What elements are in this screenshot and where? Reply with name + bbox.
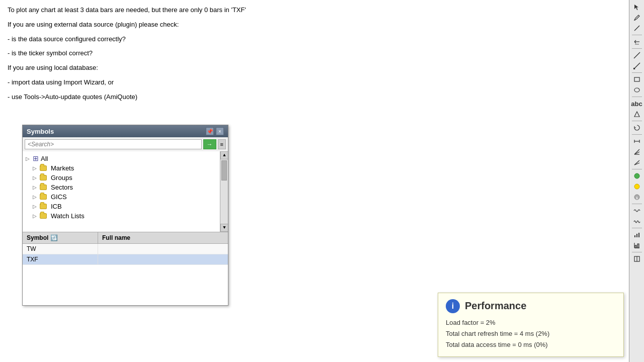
- tree-label-groups: Groups: [51, 174, 72, 182]
- table-row[interactable]: TW: [23, 244, 228, 254]
- right-toolbar: abc: [629, 0, 644, 362]
- svg-rect-23: [638, 233, 639, 237]
- wave2-icon[interactable]: [631, 216, 643, 226]
- symbols-panel: Symbols 📌 × → ≡ ▷ ⊞ All ▷ Markets: [22, 125, 228, 306]
- table-row[interactable]: TXF: [23, 254, 228, 265]
- error-section2-header: If you are using local database:: [8, 63, 621, 73]
- svg-line-1: [634, 26, 639, 31]
- fan2-icon[interactable]: [631, 157, 643, 167]
- scrollbar-down-button[interactable]: ▼: [220, 224, 228, 232]
- info-circle-icon[interactable]: i: [631, 192, 643, 202]
- folder-markets-icon: [40, 165, 49, 172]
- pencil-icon[interactable]: [631, 13, 643, 23]
- tree-item-all[interactable]: ▷ ⊞ All: [23, 153, 228, 163]
- col-symbol-label: Symbol: [27, 234, 48, 241]
- close-button[interactable]: ×: [216, 127, 224, 135]
- tree-label-watchlists: Watch Lists: [51, 212, 85, 220]
- pin-button[interactable]: 📌: [206, 127, 214, 135]
- search-go-button[interactable]: →: [203, 139, 216, 149]
- bar-chart-icon[interactable]: [631, 230, 643, 240]
- svg-line-15: [634, 160, 639, 165]
- svg-rect-21: [634, 235, 635, 237]
- wave-icon[interactable]: [631, 206, 643, 216]
- error-message: To plot any chart at least 3 data bars a…: [8, 5, 621, 103]
- svg-line-5: [634, 63, 640, 69]
- rectangle-icon[interactable]: [631, 74, 643, 84]
- measure-icon[interactable]: [631, 136, 643, 146]
- tree-label-markets: Markets: [51, 164, 74, 172]
- expand-markets-arrow: ▷: [33, 165, 39, 171]
- separator3: [632, 72, 642, 73]
- svg-rect-7: [634, 77, 639, 81]
- table-body: TW TXF: [23, 244, 228, 305]
- svg-rect-26: [635, 245, 636, 248]
- separator7: [632, 169, 642, 169]
- scrollbar-thumb[interactable]: [221, 160, 227, 180]
- separator9: [632, 228, 642, 228]
- left-arrow-icon[interactable]: [631, 37, 643, 47]
- sort-icon[interactable]: 🔃: [50, 234, 58, 241]
- expand-icb-arrow: ▷: [33, 204, 39, 209]
- bar-chart2-icon[interactable]: [631, 240, 643, 250]
- cell-symbol-tw: TW: [23, 244, 98, 254]
- circle-yellow-icon[interactable]: [631, 182, 643, 192]
- tree-item-gics[interactable]: ▷ GICS: [23, 192, 228, 202]
- separator6: [632, 134, 642, 135]
- folder-groups-icon: [40, 174, 49, 182]
- folder-sectors-icon: [40, 184, 49, 191]
- cell-fullname-tw: [98, 244, 228, 254]
- ray-line-icon[interactable]: [631, 61, 643, 71]
- cell-fullname-txf: [98, 254, 228, 264]
- expand-groups-arrow: ▷: [33, 175, 39, 180]
- resize-icon[interactable]: [631, 254, 643, 264]
- tree-label-icb: ICB: [51, 203, 62, 210]
- table-empty-area: [23, 265, 228, 305]
- error-section1-line2: - is the ticker symbol correct?: [8, 48, 621, 59]
- tree-label-sectors: Sectors: [51, 184, 73, 191]
- tree-scrollbar: ▲ ▼: [220, 151, 228, 232]
- triangle-icon[interactable]: [631, 109, 643, 119]
- tree-item-markets[interactable]: ▷ Markets: [23, 163, 228, 173]
- col-fullname-header: Full name: [98, 232, 228, 243]
- expand-watchlists-arrow: ▷: [33, 213, 39, 219]
- error-section2-line2: - use Tools->Auto-update quotes (AmiQuot…: [8, 92, 621, 103]
- separator1: [632, 35, 642, 35]
- svg-text:i: i: [635, 196, 638, 200]
- separator4: [632, 97, 642, 97]
- diagonal-line-icon[interactable]: [631, 50, 643, 60]
- tree-scroll-area: ▷ ⊞ All ▷ Markets ▷ Groups ▷ Sectors: [23, 151, 228, 232]
- error-section1-line1: - is the data source configured correctl…: [8, 34, 621, 45]
- tree-label-all: All: [41, 155, 48, 162]
- circle-green-icon[interactable]: [631, 171, 643, 181]
- tree-item-sectors[interactable]: ▷ Sectors: [23, 183, 228, 192]
- search-list-button[interactable]: ≡: [218, 139, 226, 149]
- tree-label-gics: GICS: [51, 193, 67, 201]
- search-input[interactable]: [25, 139, 202, 149]
- svg-rect-27: [637, 244, 639, 248]
- fan-icon[interactable]: [631, 147, 643, 157]
- tree-item-groups[interactable]: ▷ Groups: [23, 173, 228, 183]
- tree-item-watchlists[interactable]: ▷ Watch Lists: [23, 211, 228, 221]
- separator10: [632, 252, 642, 252]
- expand-sectors-arrow: ▷: [33, 185, 39, 190]
- perf-line2: Total chart refresh time = 4 ms (2%): [446, 328, 616, 339]
- separator5: [632, 121, 642, 121]
- tree-item-icb[interactable]: ▷ ICB: [23, 202, 228, 211]
- symbols-panel-header: Symbols 📌 ×: [23, 125, 228, 137]
- svg-line-12: [634, 149, 639, 154]
- text-tool-icon[interactable]: abc: [631, 99, 643, 109]
- cursor-arrow-icon[interactable]: [631, 2, 643, 12]
- folder-icb-icon: [40, 203, 49, 210]
- perf-line3: Total data access time = 0 ms (0%): [446, 339, 616, 350]
- separator8: [632, 204, 642, 204]
- line-tool-icon[interactable]: [631, 23, 643, 33]
- scrollbar-up-button[interactable]: ▲: [220, 151, 228, 159]
- cycle-icon[interactable]: [631, 123, 643, 133]
- perf-title: Performance: [465, 300, 526, 312]
- text-icon-label: abc: [631, 100, 642, 108]
- svg-point-6: [633, 68, 635, 70]
- performance-panel: i Performance Load factor = 2% Total cha…: [438, 293, 624, 357]
- ellipse-icon[interactable]: [631, 85, 643, 95]
- symbols-header-buttons: 📌 ×: [206, 127, 224, 135]
- tree-section: ▷ ⊞ All ▷ Markets ▷ Groups ▷ Sectors: [23, 151, 228, 232]
